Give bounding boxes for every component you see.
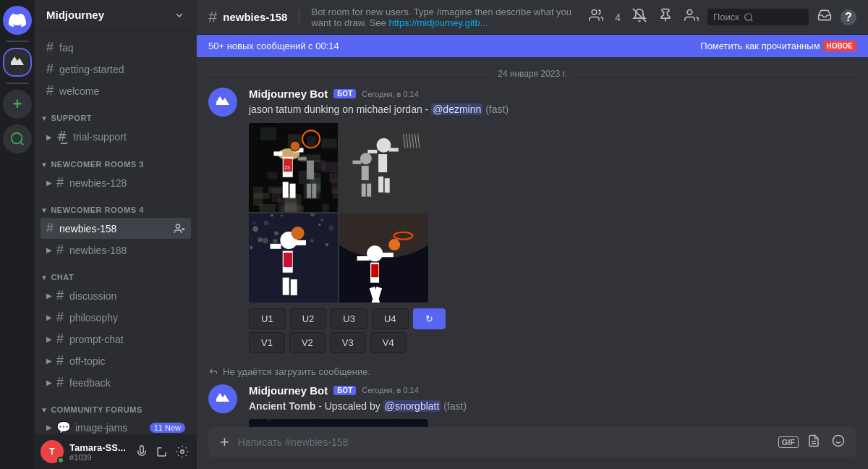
explore-servers-button[interactable] [3, 124, 32, 153]
hash-icon: # [56, 242, 64, 258]
mute-microphone-button[interactable] [133, 443, 150, 460]
message-text-2: Ancient Tomb - Upscaled by @snorgblatt (… [249, 400, 856, 414]
category-community-forums[interactable]: ▼ COMMUNITY FORUMS [35, 394, 197, 417]
message-content-2: Midjourney Bot БОТ Сегодня, в 0:14 Ancie… [249, 384, 856, 427]
channel-item-image-jams[interactable]: ▶ 💬 image-jams 11 New [41, 418, 191, 434]
server-sidebar: + [0, 0, 35, 469]
channel-item-welcome[interactable]: # welcome [41, 80, 191, 101]
messages-area[interactable]: 24 января 2023 г. Midjourney Bot БОТ Сег… [197, 57, 868, 427]
category-chat[interactable]: ▼ CHAT [35, 261, 197, 284]
search-bar[interactable]: Поиск [707, 9, 809, 25]
inbox-icon[interactable] [814, 5, 835, 29]
ancient-tomb-text: Ancient Tomb [249, 400, 315, 412]
image-cell-2[interactable] [339, 123, 428, 212]
reply-icon [208, 366, 218, 376]
upscale-4-button[interactable]: U4 [372, 308, 409, 329]
variation-3-button[interactable]: V3 [330, 332, 366, 353]
upscale-2-button[interactable]: U2 [290, 308, 327, 329]
chevron-right-icon: ▶ [46, 292, 52, 300]
hash-icon: # [46, 40, 54, 55]
channel-item-faq[interactable]: # faq [41, 37, 191, 58]
chevron-right-icon: ▶ [46, 357, 52, 365]
gif-button[interactable]: GIF [778, 436, 799, 448]
chevron-right-icon: ▶ [46, 335, 52, 343]
server-divider-2 [6, 83, 29, 84]
hash-icon: # [56, 175, 64, 190]
chevron-right-icon: ▶ [46, 423, 52, 431]
username: Tamara-SS... [69, 442, 127, 453]
variation-1-button[interactable]: V1 [249, 332, 285, 353]
svg-point-3 [592, 10, 597, 15]
new-messages-banner: 50+ новых сообщений с 00:14 Пометить как… [197, 35, 868, 57]
message-content: Midjourney Bot БОТ Сегодня, в 0:14 jason… [249, 88, 856, 353]
create-thread-button[interactable] [804, 431, 823, 454]
deafen-button[interactable] [153, 443, 171, 460]
main-content: # newbies-158 Bot room for new users. Ty… [197, 0, 868, 469]
member-count: 4 [612, 9, 624, 26]
svg-line-4 [633, 9, 646, 22]
message-input[interactable] [238, 428, 773, 457]
image-cell-3[interactable] [249, 214, 338, 303]
svg-point-6 [687, 10, 692, 15]
pin-icon[interactable] [655, 5, 676, 29]
channel-item-off-topic[interactable]: ▶ # off-topic [41, 350, 191, 371]
user-status-indicator [57, 457, 64, 464]
server-chevron-icon [174, 9, 185, 21]
mark-as-read-button[interactable]: Пометить как прочитанным НОВОЕ [700, 41, 856, 51]
help-icon[interactable]: ? [841, 9, 856, 25]
discord-home-button[interactable] [3, 6, 32, 35]
failed-message: Не удаётся загрузить сообщение. [197, 362, 868, 381]
midjourney-server-icon[interactable] [3, 48, 32, 77]
upscale-1-button[interactable]: U1 [249, 308, 286, 329]
fast-tag: (fast) [485, 103, 509, 115]
channel-item-prompt-chat[interactable]: ▶ # prompt-chat [41, 329, 191, 350]
message-input-area: + GIF [197, 427, 868, 469]
upscale-3-button[interactable]: U3 [331, 308, 367, 329]
mention: @dezminn [431, 103, 482, 115]
channel-sidebar: Midjourney # faq # getting-started # wel… [35, 0, 197, 469]
chevron-right-icon: ▶ [46, 379, 52, 386]
channel-item-getting-started[interactable]: # getting-started [41, 59, 191, 80]
ancient-tomb-image[interactable] [249, 419, 428, 427]
date-divider: 24 января 2023 г. [208, 69, 856, 79]
category-support[interactable]: ▼ SUPPORT [35, 102, 197, 125]
image-cell-4[interactable] [339, 214, 428, 303]
variation-2-button[interactable]: V2 [289, 332, 326, 353]
midjourney-link[interactable]: https://midjourney.gitb... [388, 17, 488, 28]
channel-item-newbies-128[interactable]: ▶ # newbies-128 [41, 172, 191, 193]
category-chevron-icon: ▼ [41, 206, 48, 214]
image-grid [249, 123, 428, 303]
spinner-icon: ↻ [425, 313, 433, 324]
user-settings-button[interactable] [174, 443, 191, 460]
input-right-icons: GIF [778, 431, 848, 454]
message-group: Midjourney Bot БОТ Сегодня, в 0:14 jason… [197, 85, 868, 356]
members-list-icon[interactable] [681, 5, 702, 29]
channel-item-feedback[interactable]: ▶ # feedback [41, 372, 191, 393]
channel-item-discussion[interactable]: ▶ # discussion [41, 285, 191, 306]
channel-item-trial-support[interactable]: ▶ #̲ trial-support [41, 126, 191, 148]
bot-badge-2: БОТ [333, 386, 356, 395]
server-header[interactable]: Midjourney [35, 0, 197, 30]
add-server-button[interactable]: + [3, 90, 32, 119]
hash-icon: # [56, 375, 64, 390]
variation-4-button[interactable]: V4 [370, 332, 407, 353]
members-icon[interactable] [586, 5, 606, 29]
bell-icon[interactable] [629, 5, 650, 29]
basketball-canvas-1 [249, 123, 338, 212]
channel-item-philosophy[interactable]: ▶ # philosophy [41, 307, 191, 328]
message-input-box: + GIF [208, 427, 856, 457]
category-newcomer-4[interactable]: ▼ NEWCOMER ROOMS 4 [35, 194, 197, 217]
category-newcomer-3[interactable]: ▼ NEWCOMER ROOMS 3 [35, 148, 197, 172]
channel-list: # faq # getting-started # welcome ▼ SUPP… [35, 30, 197, 434]
add-attachment-button[interactable]: + [217, 427, 232, 457]
channel-hash-icon: # [208, 8, 217, 27]
image-cell-1[interactable] [249, 123, 338, 212]
refresh-button[interactable]: ↻ [413, 308, 446, 329]
emoji-button[interactable] [829, 431, 848, 454]
channel-item-newbies-188[interactable]: ▶ # newbies-188 [41, 240, 191, 261]
channel-item-newbies-158[interactable]: # newbies-158 [41, 218, 191, 239]
hash-icon: # [56, 310, 64, 325]
message-author-2: Midjourney Bot [249, 384, 328, 397]
add-member-icon[interactable] [174, 223, 185, 234]
svg-point-0 [12, 133, 22, 144]
